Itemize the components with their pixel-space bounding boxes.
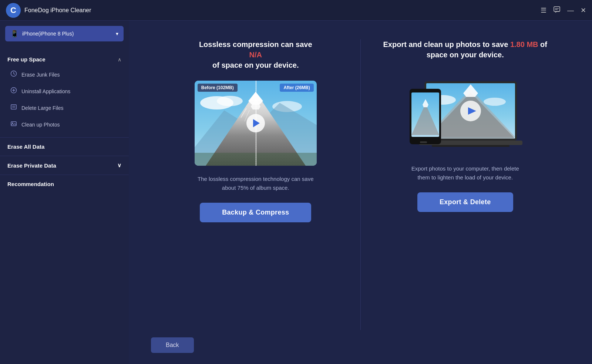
device-illustration xyxy=(402,70,528,155)
main-layout: 📱 iPhone(iPhone 8 Plus) ▾ Free up Space … xyxy=(0,21,592,364)
files-icon xyxy=(10,104,17,112)
svg-point-29 xyxy=(484,98,506,106)
after-badge: After (26MB) xyxy=(280,84,313,92)
sidebar-item-delete-large[interactable]: Delete Large Files xyxy=(0,100,129,116)
backup-compress-panel: Lossless compression can save N/A of spa… xyxy=(151,39,360,330)
device-display xyxy=(402,70,528,155)
svg-rect-2 xyxy=(554,7,560,11)
apps-icon xyxy=(10,87,17,95)
erase-junk-label: Erase Junk Files xyxy=(21,72,60,78)
right-panel-description: Export photos to your computer, then del… xyxy=(406,164,524,182)
left-panel-highlight: N/A xyxy=(199,50,312,60)
right-panel-highlight: 1.80 MB xyxy=(510,40,538,48)
content-bottom-bar: Back xyxy=(129,330,592,364)
title-bar: C FoneDog iPhone Cleaner ☰ — ✕ xyxy=(0,0,592,21)
content-panels: Lossless compression can save N/A of spa… xyxy=(129,21,592,330)
divider-2 xyxy=(0,156,129,156)
content-area: Lossless compression can save N/A of spa… xyxy=(129,21,592,364)
svg-rect-39 xyxy=(420,141,427,143)
sidebar-item-erase-junk[interactable]: Erase Junk Files xyxy=(0,66,129,83)
svg-point-16 xyxy=(217,96,243,106)
backup-compress-button[interactable]: Backup & Compress xyxy=(200,203,311,222)
sidebar-item-erase-private-data[interactable]: Erase Private Data ∨ xyxy=(0,158,129,173)
left-panel-title: Lossless compression can save N/A of spa… xyxy=(199,39,312,70)
svg-rect-34 xyxy=(432,145,509,147)
device-name: iPhone(iPhone 8 Plus) xyxy=(22,31,74,37)
free-up-space-header[interactable]: Free up Space ∧ xyxy=(0,53,129,66)
sidebar-item-recommendation[interactable]: Recommendation xyxy=(0,176,129,192)
svg-rect-9 xyxy=(11,105,16,109)
sidebar-nav: Free up Space ∧ Erase Junk Files xyxy=(0,47,129,364)
back-button[interactable]: Back xyxy=(151,337,194,353)
clock-icon xyxy=(10,70,17,79)
minimize-button[interactable]: — xyxy=(567,7,574,14)
before-badge: Before (102MB) xyxy=(198,84,238,92)
phone-icon: 📱 xyxy=(10,30,18,38)
svg-rect-12 xyxy=(11,122,16,126)
uninstall-apps-label: Uninstall Applications xyxy=(21,88,70,94)
free-up-space-title: Free up Space xyxy=(7,56,46,63)
app-logo: C xyxy=(6,3,21,18)
clean-photos-label: Clean up Photos xyxy=(21,122,60,128)
erase-private-chevron-icon: ∨ xyxy=(117,162,121,169)
sidebar-item-clean-photos[interactable]: Clean up Photos xyxy=(0,116,129,133)
sidebar-section-free-up-space: Free up Space ∧ Erase Junk Files xyxy=(0,50,129,136)
delete-large-label: Delete Large Files xyxy=(21,105,64,111)
right-panel-title: Export and clean up photos to save 1.80 … xyxy=(372,39,559,60)
free-up-space-chevron-icon: ∧ xyxy=(118,57,121,63)
svg-text:C: C xyxy=(10,6,16,15)
divider-1 xyxy=(0,137,129,138)
export-delete-panel: Export and clean up photos to save 1.80 … xyxy=(361,39,570,330)
window-controls: ☰ — ✕ xyxy=(541,6,586,14)
left-panel-description: The lossless compression technology can … xyxy=(196,175,315,192)
chat-button[interactable] xyxy=(553,6,561,14)
close-button[interactable]: ✕ xyxy=(581,7,586,14)
app-title: FoneDog iPhone Cleaner xyxy=(24,7,541,14)
play-button[interactable] xyxy=(246,114,265,132)
sidebar: 📱 iPhone(iPhone 8 Plus) ▾ Free up Space … xyxy=(0,21,129,364)
photos-icon xyxy=(10,120,17,129)
device-selector[interactable]: 📱 iPhone(iPhone 8 Plus) ▾ xyxy=(5,26,124,41)
device-chevron-icon: ▾ xyxy=(116,31,118,37)
divider-3 xyxy=(0,175,129,175)
export-delete-button[interactable]: Export & Delete xyxy=(417,192,513,212)
menu-button[interactable]: ☰ xyxy=(541,7,546,14)
sidebar-item-erase-all-data[interactable]: Erase All Data xyxy=(0,139,129,154)
image-comparison: Before (102MB) After (26MB) xyxy=(195,81,317,166)
sidebar-item-uninstall-apps[interactable]: Uninstall Applications xyxy=(0,83,129,100)
